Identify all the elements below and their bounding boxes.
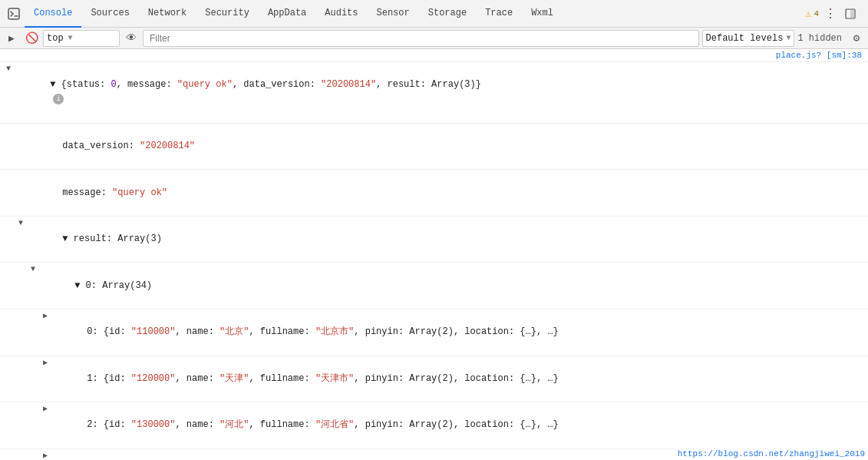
item-2-arrow[interactable]: [43, 403, 54, 415]
console-toolbar: ▶ 🚫 top ▼ 👁 Default levels ▼ 1 hidden ⚙: [0, 28, 868, 49]
devtools-icon: [3, 0, 25, 28]
console-root-line: ▼ {status: 0, message: "query ok", data_…: [0, 62, 868, 124]
tab-wxml[interactable]: Wxml: [522, 0, 563, 28]
console-settings-button[interactable]: ⚙: [848, 30, 865, 47]
data-version-line: data_version: "20200814": [0, 124, 868, 170]
item-1: 1: {id: "120000", name: "天津", fullname: …: [0, 356, 868, 403]
item-2: 2: {id: "130000", name: "河北", fullname: …: [0, 402, 868, 449]
item-0: 0: {id: "110000", name: "北京", fullname: …: [0, 309, 868, 356]
clear-button[interactable]: 🚫: [23, 30, 40, 47]
tab-storage[interactable]: Storage: [419, 0, 476, 28]
tab-audits[interactable]: Audits: [315, 0, 367, 28]
info-icon[interactable]: i: [53, 94, 64, 104]
eye-button[interactable]: 👁: [123, 30, 140, 47]
warning-icon: ⚠: [806, 8, 812, 20]
tab-security[interactable]: Security: [196, 0, 259, 28]
console-output[interactable]: ▼ {status: 0, message: "query ok", data_…: [0, 62, 868, 458]
result-expand-arrow[interactable]: [18, 217, 29, 230]
tab-trace[interactable]: Trace: [476, 0, 522, 28]
levels-dropdown-arrow: ▼: [786, 34, 790, 42]
array-0-expand-arrow[interactable]: [31, 263, 41, 276]
item-1-arrow[interactable]: [43, 357, 54, 369]
footer-url: https://blog.csdn.net/zhangjiwei_2019: [675, 448, 868, 460]
filter-input[interactable]: [143, 30, 699, 47]
hidden-count: 1 hidden: [797, 33, 845, 44]
array-0-line: ▼ 0: Array(34): [0, 263, 868, 309]
more-options-button[interactable]: ⋮: [822, 5, 839, 22]
item-0-arrow[interactable]: [43, 310, 54, 323]
result-line: ▼ result: Array(3): [0, 217, 868, 263]
context-selector[interactable]: top ▼: [43, 30, 120, 47]
levels-select[interactable]: Default levels ▼: [702, 30, 795, 47]
warning-badge[interactable]: ⚠ 4: [806, 8, 819, 20]
dock-button[interactable]: [842, 5, 859, 22]
tab-bar: Console Sources Network Security AppData…: [0, 0, 868, 28]
tab-appdata[interactable]: AppData: [259, 0, 315, 28]
tab-sources[interactable]: Sources: [81, 0, 138, 28]
message-line: message: "query ok": [0, 170, 868, 217]
context-dropdown-arrow: ▼: [68, 34, 73, 42]
tab-console[interactable]: Console: [25, 0, 81, 28]
tab-network[interactable]: Network: [139, 0, 196, 28]
tab-sensor[interactable]: Sensor: [368, 0, 419, 28]
item-3-arrow[interactable]: [43, 450, 54, 458]
source-reference[interactable]: place.js? [sm]:38: [0, 49, 868, 62]
root-expand-arrow[interactable]: [6, 63, 17, 75]
svg-rect-2: [850, 9, 855, 18]
execute-button[interactable]: ▶: [3, 30, 20, 47]
tab-right-actions: ⚠ 4 ⋮: [806, 5, 865, 22]
